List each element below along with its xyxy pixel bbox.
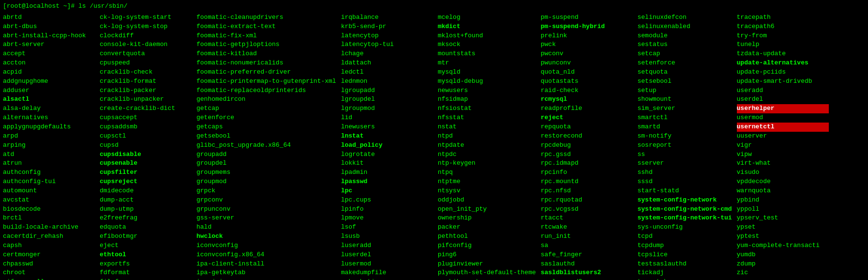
list-item: cracklib-format — [100, 77, 192, 86]
list-item: luseradd — [341, 241, 433, 250]
list-item: oddjobd — [438, 196, 536, 205]
list-item: start-statd — [638, 187, 732, 196]
list-item: groupmems — [196, 168, 336, 177]
list-item: setsebool — [638, 77, 732, 86]
list-item: exportfs — [100, 260, 192, 269]
list-item: ntptme — [438, 177, 536, 187]
list-item: certmonger — [3, 250, 95, 260]
list-item: cracklib-check — [100, 68, 192, 77]
list-item: visudo — [737, 168, 829, 177]
list-item: alsactl — [3, 95, 95, 104]
list-item: logrotate — [341, 150, 433, 159]
list-item: safe_finger — [541, 250, 633, 260]
list-item: readprofile — [541, 104, 633, 113]
list-item: quotastats — [541, 77, 633, 86]
list-item: ledctl — [341, 68, 433, 77]
list-item: newusers — [438, 86, 536, 95]
list-item: grpunconv — [196, 205, 336, 214]
list-item: eject — [100, 241, 192, 250]
list-item: fdformat — [100, 268, 192, 278]
list-item: tcpdump — [638, 241, 732, 250]
list-item: lgroupmod — [341, 104, 433, 113]
list-item: lgroupadd — [341, 86, 433, 95]
list-item: ping6 — [438, 250, 536, 260]
list-item: cupsenable — [100, 159, 192, 168]
list-item: groupmod — [196, 177, 336, 187]
list-item: capsh — [3, 241, 95, 250]
list-item: genhomedircon — [196, 95, 336, 104]
list-item: lpadmin — [341, 168, 433, 177]
list-item: acpid — [3, 68, 95, 77]
list-item: virt-what — [737, 159, 829, 168]
list-item: rpc.mountd — [541, 177, 633, 187]
list-item: lid — [341, 113, 433, 123]
list-item: tmpwatch — [638, 278, 732, 280]
list-item: cracklib-unpacker — [100, 95, 192, 104]
list-item: gss-server — [196, 214, 336, 223]
list-item: quota_nld — [541, 68, 633, 77]
list-item: reject — [541, 113, 633, 123]
list-item: mysqld-debug — [438, 77, 536, 86]
list-item: accton — [3, 59, 95, 68]
list-item: getsebool — [196, 132, 336, 141]
list-item: tracepath6 — [737, 22, 829, 31]
list-item: ownership — [438, 214, 536, 223]
list-item: vigr — [737, 141, 829, 150]
list-item: sasldblistusers2 — [541, 268, 633, 278]
list-item: arping — [3, 141, 95, 150]
list-item: authconfig — [3, 168, 95, 177]
list-item: nstat — [438, 123, 536, 132]
list-item: cacertdir_rehash — [3, 232, 95, 241]
list-item: iconvconfig.x86_64 — [196, 250, 336, 260]
list-item: edquota — [100, 223, 192, 232]
terminal-window: [root@localhost ~]# ls /usr/sbin/ abrtda… — [3, 2, 865, 280]
list-item: abrtd — [3, 13, 95, 22]
list-item: foomatic-preferred-driver — [196, 68, 336, 77]
list-item: foomatic-getpjloptions — [196, 40, 336, 49]
list-item: lpmove — [341, 214, 433, 223]
list-item: plymouth-set-default-theme — [438, 268, 536, 278]
list-item: grpck — [196, 187, 336, 196]
list-item: brctl — [3, 214, 95, 223]
file-listing: abrtdabrt-dbusabrt-install-ccpp-hookabrt… — [3, 13, 865, 280]
list-item: getenforce — [196, 113, 336, 123]
list-item: yumdb — [737, 250, 829, 260]
list-item: pwunconv — [541, 59, 633, 68]
list-item: krb5-send-pr — [341, 22, 433, 31]
list-item: mkdict — [438, 22, 536, 31]
list-item: rpc.nfsd — [541, 187, 633, 196]
list-item: ntpdc — [438, 150, 536, 159]
list-item: foomatic-printermap-to-gutenprint-xml — [196, 77, 336, 86]
list-item: nfsidmap — [438, 95, 536, 104]
list-item: sssd — [638, 177, 732, 187]
list-item: vpddecode — [737, 177, 829, 187]
list-item: cupsdisable — [100, 150, 192, 159]
list-item: usernetctl — [737, 123, 829, 132]
list-item: mtr — [438, 59, 536, 68]
list-item: packer — [438, 223, 536, 232]
list-item: ntsysv — [438, 187, 536, 196]
list-item: rtacct — [541, 214, 633, 223]
list-item: sosreport — [638, 141, 732, 150]
list-item: restorecond — [541, 132, 633, 141]
list-item: sa — [541, 241, 633, 250]
list-item: rpc.gssd — [541, 150, 633, 159]
list-item: applygnupgdefaults — [3, 123, 95, 132]
list-item: rpc.vcgssd — [541, 205, 633, 214]
column-1: ck-log-system-startck-log-system-stopclo… — [100, 13, 196, 280]
list-item: update-smart-drivedb — [737, 77, 829, 86]
list-item: groupdel — [196, 159, 336, 168]
list-item: authconfig-tui — [3, 177, 95, 187]
list-item: create-cracklib-dict — [100, 104, 192, 113]
list-item: hwclock — [196, 232, 336, 241]
list-item: open_init_pty — [438, 205, 536, 214]
list-item: e2freefrag — [100, 214, 192, 223]
list-item: repquota — [541, 123, 633, 132]
list-item: yptest — [737, 232, 829, 241]
list-item: rpc.rquotad — [541, 196, 633, 205]
list-item: getcaps — [196, 123, 336, 132]
list-item: alternatives — [3, 113, 95, 123]
list-item: atrun — [3, 159, 95, 168]
list-item: sim_server — [638, 104, 732, 113]
list-item: ethtool — [100, 250, 192, 260]
